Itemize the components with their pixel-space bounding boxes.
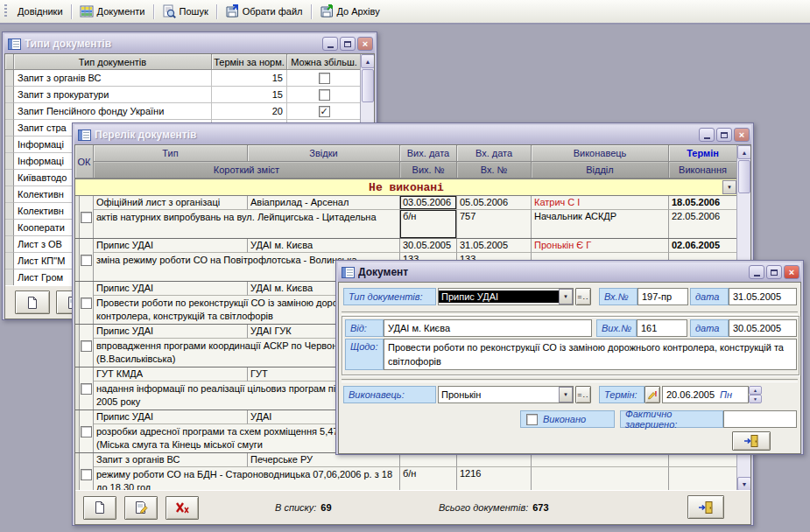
document-record[interactable]: Офіційний лист з організаці Авіаприлад -… bbox=[75, 196, 737, 239]
column-header-out-no[interactable]: Вих. № bbox=[400, 162, 457, 178]
table-row[interactable]: Запит Пенсійного фонду України 20 ✓ bbox=[5, 103, 374, 120]
out-date-label: дата bbox=[690, 319, 729, 337]
document-type-value: Припис УДАІ bbox=[439, 290, 559, 303]
cell-from: Авіаприлад - Арсенал bbox=[248, 196, 400, 210]
close-icon: × bbox=[363, 39, 368, 49]
cell-type: Припис УДАІ bbox=[94, 239, 248, 253]
toolbar-grip[interactable] bbox=[4, 4, 7, 18]
scroll-up-button[interactable]: ▲ bbox=[737, 145, 751, 159]
term-spinner[interactable]: ▲ ▼ bbox=[749, 386, 762, 403]
close-button[interactable]: × bbox=[734, 128, 750, 142]
document-type-combobox[interactable]: Припис УДАІ ▼ bbox=[438, 288, 574, 305]
chevron-down-icon[interactable]: ▼ bbox=[559, 387, 573, 402]
column-header-type[interactable]: Тип документів bbox=[14, 54, 212, 70]
row-checkbox[interactable] bbox=[81, 298, 92, 309]
column-header-executor[interactable]: Виконавець bbox=[532, 145, 669, 162]
column-header-dept[interactable]: Відділ bbox=[532, 162, 669, 178]
toolbar-button-to-archive[interactable]: До Архіву bbox=[313, 2, 386, 21]
scroll-thumb[interactable] bbox=[362, 69, 374, 102]
new-document-icon bbox=[25, 296, 39, 310]
executor-combobox[interactable]: Пронькін ▼ bbox=[438, 386, 574, 403]
minimize-button[interactable] bbox=[699, 128, 715, 142]
types-window-titlebar[interactable]: Типи документів × bbox=[4, 34, 375, 53]
column-header-out-date[interactable]: Вих. дата bbox=[400, 145, 457, 162]
close-button[interactable]: × bbox=[784, 265, 799, 279]
delete-document-button[interactable] bbox=[166, 496, 199, 520]
maximize-button[interactable] bbox=[766, 265, 782, 279]
column-header-term[interactable]: Термін за норм. bbox=[212, 54, 287, 70]
row-checkbox[interactable] bbox=[81, 255, 92, 266]
scroll-thumb[interactable] bbox=[738, 160, 750, 193]
done-checkbox[interactable] bbox=[526, 414, 538, 425]
new-record-button[interactable] bbox=[15, 290, 50, 314]
column-header-from[interactable]: Звідки bbox=[248, 145, 400, 162]
column-header-ok[interactable]: ОК bbox=[75, 145, 94, 178]
maximize-button[interactable] bbox=[716, 128, 732, 142]
scroll-down-button[interactable]: ▼ bbox=[737, 477, 751, 491]
filter-dropdown-button[interactable]: ▼ bbox=[722, 180, 736, 194]
row-checkbox[interactable] bbox=[319, 73, 330, 84]
close-button[interactable]: × bbox=[357, 37, 373, 51]
subject-field[interactable]: Провести роботи по реконструкції СО із з… bbox=[384, 339, 797, 370]
column-header-in-no[interactable]: Вх. № bbox=[457, 162, 532, 178]
row-checkbox[interactable] bbox=[81, 340, 92, 352]
spin-up-icon[interactable]: ▲ bbox=[749, 386, 762, 395]
cell-done: 22.05.2006 bbox=[669, 210, 737, 238]
row-checkbox[interactable] bbox=[81, 469, 92, 480]
toolbar-button-search[interactable]: Пошук bbox=[156, 2, 215, 21]
list-window-footer: В списку:69 Всього документів:673 bbox=[75, 490, 750, 524]
finished-field[interactable] bbox=[723, 410, 797, 428]
document-dialog-title: Документ bbox=[358, 266, 745, 278]
new-document-button[interactable] bbox=[83, 496, 116, 520]
maximize-icon bbox=[344, 41, 351, 47]
document-dialog-titlebar[interactable]: Документ × bbox=[338, 262, 801, 282]
from-label: Від: bbox=[345, 319, 384, 337]
list-window-titlebar[interactable]: Перелік документів × bbox=[74, 125, 751, 144]
edit-document-button[interactable] bbox=[124, 496, 158, 520]
spin-down-icon[interactable]: ▼ bbox=[749, 395, 762, 403]
exit-button[interactable] bbox=[732, 431, 771, 451]
scroll-up-button[interactable]: ▲ bbox=[361, 54, 375, 68]
row-checkbox[interactable] bbox=[81, 212, 92, 223]
type-lookup-button[interactable]: =.. bbox=[575, 288, 591, 305]
table-row[interactable]: Запит з органів ВС 15 bbox=[5, 70, 374, 87]
documents-table-header: ОК Тип Звідки Вих. дата Вх. дата Виконав… bbox=[75, 145, 737, 178]
cell-type-name: Запит з органів ВС bbox=[14, 70, 212, 87]
in-date-field[interactable]: 31.05.2005 bbox=[729, 288, 797, 305]
from-field[interactable]: УДАІ м. Києва bbox=[384, 319, 592, 337]
minimize-button[interactable] bbox=[322, 37, 338, 51]
types-window-title: Типи документів bbox=[25, 38, 319, 50]
toolbar-button-choose-file[interactable]: Обрати файл bbox=[219, 2, 309, 21]
column-header-in-date[interactable]: Вх. дата bbox=[457, 145, 532, 162]
term-edit-button[interactable]: ! bbox=[644, 386, 660, 403]
out-date-field[interactable]: 30.05.2005 bbox=[729, 319, 797, 337]
row-checkbox[interactable] bbox=[81, 383, 92, 395]
document-dialog: Документ × Тип документів: Припис УДАІ ▼… bbox=[335, 260, 804, 455]
out-no-field[interactable]: 161 bbox=[637, 319, 687, 337]
column-header-done[interactable]: Виконання bbox=[669, 162, 737, 178]
main-toolbar: Довідники Документи Пошук Обрати файл bbox=[0, 0, 810, 24]
term-date-field[interactable]: 20.06.2005 Пн bbox=[662, 386, 749, 403]
column-header-term[interactable]: Термін bbox=[669, 145, 737, 162]
row-checkbox[interactable] bbox=[81, 426, 92, 438]
exit-button[interactable] bbox=[687, 495, 724, 519]
row-checkbox[interactable] bbox=[319, 89, 330, 101]
table-row[interactable]: Запит з прокуратури 15 bbox=[5, 87, 374, 103]
column-header-type[interactable]: Тип bbox=[94, 145, 248, 162]
list-window-title: Перелік документів bbox=[95, 129, 695, 141]
filter-bar[interactable]: Не виконані ▼ bbox=[75, 178, 737, 196]
minimize-button[interactable] bbox=[749, 265, 764, 279]
row-checkbox[interactable]: ✓ bbox=[319, 106, 330, 117]
maximize-button[interactable] bbox=[340, 37, 356, 51]
executor-label: Виконавець: bbox=[343, 386, 436, 403]
executor-lookup-button[interactable]: =.. bbox=[575, 386, 591, 403]
column-header-can-increase[interactable]: Можна збільш. bbox=[287, 54, 362, 70]
toolbar-button-references[interactable]: Довідники bbox=[11, 4, 69, 19]
in-no-field[interactable]: 197-пр bbox=[637, 288, 688, 305]
cell-out-date: 03.05.2006 bbox=[400, 196, 457, 210]
type-field-label: Тип документів: bbox=[343, 288, 436, 305]
close-icon: × bbox=[789, 268, 794, 277]
column-header-summary[interactable]: Короткий зміст bbox=[94, 162, 400, 178]
chevron-down-icon[interactable]: ▼ bbox=[559, 289, 573, 304]
toolbar-button-documents[interactable]: Документи bbox=[74, 2, 151, 21]
